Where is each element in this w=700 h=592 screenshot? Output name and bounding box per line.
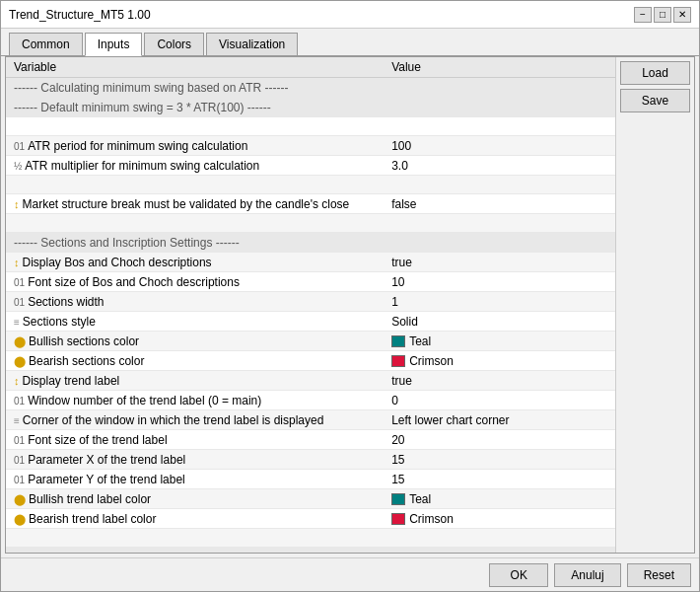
table-cell-value[interactable]: 0: [384, 391, 615, 410]
num-icon: 01: [14, 455, 25, 466]
table-cell-variable: 01ATR period for minimum swing calculati…: [6, 136, 384, 156]
bottom-bar: OK Anuluj Reset: [1, 557, 699, 591]
window-title: Trend_Structure_MT5 1.00: [9, 8, 151, 22]
title-bar: Trend_Structure_MT5 1.00 − □ ✕: [1, 1, 699, 29]
table-cell-variable: ⬤Bearish sections color: [6, 351, 384, 371]
table-cell-variable: 01Font size of the trend label: [6, 430, 384, 450]
save-button[interactable]: Save: [620, 89, 690, 112]
num-icon: 01: [14, 435, 25, 446]
main-window: Trend_Structure_MT5 1.00 − □ ✕ Common In…: [0, 0, 700, 592]
table-cell-value[interactable]: 15: [384, 470, 615, 489]
inputs-table: Variable Value ------ Calculating minimu…: [6, 57, 615, 553]
minimize-button[interactable]: −: [634, 7, 652, 23]
table-cell-variable: ↕Market structure break must be validate…: [6, 194, 384, 214]
table-cell-value[interactable]: Solid: [384, 312, 615, 332]
close-button[interactable]: ✕: [673, 7, 691, 23]
color-swatch: [391, 513, 405, 525]
cancel-button[interactable]: Anuluj: [554, 563, 620, 587]
arrow-icon: ↕: [14, 375, 20, 387]
table-cell-variable: ≡Corner of the window in which the trend…: [6, 410, 384, 430]
empty-row: [6, 214, 615, 233]
separator-row: ------ Default minimum swing = 3 * ATR(1…: [6, 98, 615, 117]
col-value: Value: [384, 57, 615, 78]
color-icon: ⬤: [14, 335, 26, 348]
table-cell-value[interactable]: 1: [384, 292, 615, 312]
table-cell-variable: 01Font size of Bos and Choch description…: [6, 272, 384, 292]
table-cell-variable: ½ATR multiplier for minimum swing calcul…: [6, 156, 384, 176]
tab-visualization[interactable]: Visualization: [206, 33, 298, 55]
eq-icon: ≡: [14, 317, 20, 328]
num-icon: 01: [14, 475, 25, 485]
table-cell-value[interactable]: 20: [384, 430, 615, 450]
separator-row: ------ Calculating minimum swing based o…: [6, 78, 615, 98]
table-cell-value[interactable]: 3.0: [384, 156, 615, 176]
num-icon: 01: [14, 141, 25, 152]
tab-bar: Common Inputs Colors Visualization: [1, 29, 699, 56]
table-cell-value[interactable]: Crimson: [384, 509, 615, 529]
inputs-table-container: Variable Value ------ Calculating minimu…: [6, 57, 615, 553]
table-cell-value[interactable]: true: [384, 253, 615, 272]
num-icon: 01: [14, 297, 25, 308]
color-icon: ⬤: [14, 513, 26, 526]
ok-button[interactable]: OK: [489, 563, 548, 587]
table-cell-value[interactable]: 15: [384, 450, 615, 470]
col-variable: Variable: [6, 57, 384, 78]
table-cell-variable: 01Window number of the trend label (0 = …: [6, 391, 384, 410]
color-swatch: [391, 493, 405, 505]
num-icon: 01: [14, 277, 25, 288]
table-cell-variable: 01Parameter X of the trend label: [6, 450, 384, 470]
separator-row: ------ Alerts Settings ------: [6, 548, 615, 554]
table-cell-value[interactable]: 100: [384, 136, 615, 156]
table-cell-variable: ⬤Bearish trend label color: [6, 509, 384, 529]
tab-inputs[interactable]: Inputs: [85, 33, 143, 56]
empty-row: [6, 117, 615, 136]
empty-row: [6, 529, 615, 548]
table-cell-value[interactable]: Teal: [384, 332, 615, 351]
color-icon: ⬤: [14, 493, 26, 506]
table-cell-variable: ≡Sections style: [6, 312, 384, 332]
content-area: Variable Value ------ Calculating minimu…: [5, 56, 695, 554]
empty-row: [6, 176, 615, 194]
reset-button[interactable]: Reset: [627, 563, 691, 587]
arrow-icon: ↕: [14, 198, 20, 210]
load-button[interactable]: Load: [620, 61, 690, 85]
table-cell-value[interactable]: Crimson: [384, 351, 615, 371]
eq-icon: ≡: [14, 415, 20, 426]
color-swatch: [391, 335, 405, 347]
table-cell-variable: 01Parameter Y of the trend label: [6, 470, 384, 489]
title-controls: − □ ✕: [634, 7, 691, 23]
maximize-button[interactable]: □: [654, 7, 671, 23]
table-cell-variable: ⬤Bullish sections color: [6, 332, 384, 351]
table-cell-variable: ↕Display Bos and Choch descriptions: [6, 253, 384, 272]
table-cell-variable: ↕Display trend label: [6, 371, 384, 391]
sidebar: Load Save: [615, 57, 694, 553]
tab-common[interactable]: Common: [9, 33, 83, 55]
color-swatch: [391, 355, 405, 367]
separator-row: ------ Sections and Inscription Settings…: [6, 233, 615, 253]
table-cell-value[interactable]: Teal: [384, 489, 615, 509]
table-cell-variable: ⬤Bullish trend label color: [6, 489, 384, 509]
arrow-icon: ↕: [14, 257, 20, 268]
color-icon: ⬤: [14, 355, 26, 368]
tab-colors[interactable]: Colors: [144, 33, 204, 55]
table-cell-value[interactable]: false: [384, 194, 615, 214]
table-cell-value[interactable]: Left lower chart corner: [384, 410, 615, 430]
table-cell-variable: 01Sections width: [6, 292, 384, 312]
frac-icon: ½: [14, 161, 22, 172]
num-icon: 01: [14, 396, 25, 407]
table-cell-value[interactable]: 10: [384, 272, 615, 292]
table-cell-value[interactable]: true: [384, 371, 615, 391]
